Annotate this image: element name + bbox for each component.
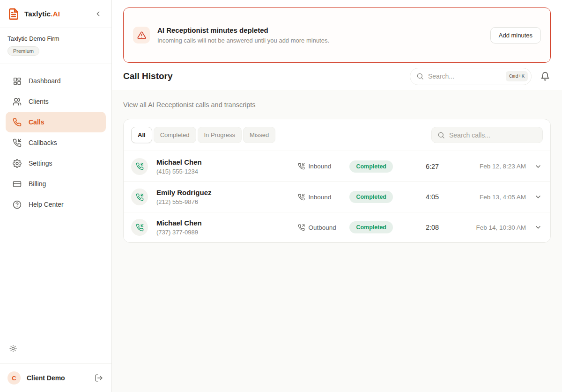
call-datetime: Feb 14, 10:30 AM bbox=[464, 224, 526, 231]
expand-call-button[interactable] bbox=[533, 162, 543, 171]
logout-icon bbox=[95, 374, 103, 382]
sidebar-item-label: Callbacks bbox=[29, 139, 57, 146]
sidebar-collapse-button[interactable] bbox=[92, 8, 104, 20]
phone-incoming-icon bbox=[13, 138, 22, 147]
phone-outbound-icon bbox=[298, 224, 305, 231]
tab-all[interactable]: All bbox=[131, 127, 152, 143]
dashboard-icon bbox=[13, 77, 22, 86]
call-datetime: Feb 12, 8:23 AM bbox=[464, 163, 526, 170]
status-badge: Completed bbox=[349, 160, 393, 173]
caller-identity: Michael Chen (737) 377-0989 bbox=[156, 219, 202, 236]
call-row[interactable]: Michael Chen (737) 377-0989 Outbound Com… bbox=[124, 212, 550, 242]
expand-call-button[interactable] bbox=[533, 223, 543, 232]
help-circle-icon bbox=[13, 200, 22, 209]
caller-name: Emily Rodriguez bbox=[156, 189, 212, 196]
sidebar-item-clients[interactable]: Clients bbox=[6, 91, 106, 112]
phone-inbound-icon bbox=[298, 163, 305, 170]
call-direction: Inbound bbox=[298, 194, 342, 201]
sidebar-item-help-center[interactable]: Help Center bbox=[6, 194, 106, 215]
call-direction-label: Outbound bbox=[308, 224, 336, 231]
call-meta: Inbound Completed 4:05 Feb 13, 4:05 AM bbox=[298, 191, 543, 203]
sidebar: Taxlytic.AI Taxlytic Demo Firm Premium D… bbox=[0, 0, 112, 392]
theme-row bbox=[0, 337, 111, 363]
call-row[interactable]: Emily Rodriguez (212) 555-9876 Inbound C… bbox=[124, 181, 550, 212]
phone-inbound-icon bbox=[136, 162, 144, 170]
status-badge: Completed bbox=[349, 191, 393, 203]
firm-block: Taxlytic Demo Firm Premium bbox=[0, 28, 111, 64]
global-search-input[interactable] bbox=[428, 73, 502, 80]
sidebar-item-label: Calls bbox=[29, 118, 44, 126]
notifications-button[interactable] bbox=[540, 71, 551, 82]
chevron-left-icon bbox=[94, 10, 102, 18]
chevron-down-icon bbox=[534, 163, 542, 170]
calls-search-input[interactable] bbox=[449, 131, 537, 139]
add-minutes-button[interactable]: Add minutes bbox=[490, 27, 541, 44]
plan-badge: Premium bbox=[7, 46, 39, 56]
logo-row: Taxlytic.AI bbox=[0, 0, 111, 28]
alert-iconbox bbox=[133, 27, 150, 44]
call-datetime: Feb 13, 4:05 AM bbox=[464, 194, 526, 201]
caller-name: Michael Chen bbox=[156, 158, 202, 166]
sidebar-item-billing[interactable]: Billing bbox=[6, 174, 106, 194]
minutes-depleted-alert: AI Receptionist minutes depleted Incomin… bbox=[123, 7, 551, 63]
sidebar-item-label: Settings bbox=[29, 160, 52, 167]
alert-title: AI Receptionist minutes depleted bbox=[157, 26, 329, 34]
expand-call-button[interactable] bbox=[533, 192, 543, 202]
sidebar-nav: Dashboard Clients Calls Callbacks Settin… bbox=[0, 64, 111, 221]
sidebar-item-label: Clients bbox=[29, 98, 49, 105]
call-avatar bbox=[131, 189, 148, 205]
call-direction-label: Inbound bbox=[308, 194, 331, 201]
caller-phone: (415) 555-1234 bbox=[156, 168, 202, 175]
phone-inbound-icon bbox=[136, 224, 144, 232]
caller-phone: (737) 377-0989 bbox=[156, 229, 202, 236]
call-duration: 2:08 bbox=[414, 224, 451, 231]
alert-text: AI Receptionist minutes depleted Incomin… bbox=[157, 26, 329, 44]
phone-icon bbox=[13, 118, 22, 127]
firm-name: Taxlytic Demo Firm bbox=[7, 35, 104, 42]
call-direction-label: Inbound bbox=[308, 163, 331, 170]
top-section: AI Receptionist minutes depleted Incomin… bbox=[112, 0, 562, 90]
taxlytic-logo-icon bbox=[7, 8, 20, 20]
warning-triangle-icon bbox=[137, 31, 146, 40]
user-row[interactable]: C Client Demo bbox=[0, 363, 111, 392]
chevron-down-icon bbox=[534, 224, 542, 231]
sidebar-item-settings[interactable]: Settings bbox=[6, 153, 106, 174]
avatar: C bbox=[7, 371, 21, 385]
user-name: Client Demo bbox=[27, 374, 65, 382]
users-icon bbox=[13, 97, 22, 106]
sidebar-item-calls[interactable]: Calls bbox=[6, 112, 106, 132]
page-title: Call History bbox=[123, 71, 173, 81]
app-title: Taxlytic.AI bbox=[24, 10, 60, 18]
phone-inbound-icon bbox=[298, 194, 305, 201]
theme-toggle-button[interactable] bbox=[9, 345, 17, 352]
bell-icon bbox=[540, 72, 550, 81]
phone-inbound-icon bbox=[136, 193, 144, 201]
page-subtitle: View all AI Receptionist calls and trans… bbox=[123, 101, 551, 109]
call-direction: Outbound bbox=[298, 224, 342, 231]
caller-phone: (212) 555-9876 bbox=[156, 198, 212, 205]
search-icon bbox=[416, 73, 424, 80]
logout-button[interactable] bbox=[94, 373, 104, 383]
caller-identity: Emily Rodriguez (212) 555-9876 bbox=[156, 189, 212, 205]
calls-card: All Completed In Progress Missed bbox=[123, 119, 551, 243]
calls-toolbar: All Completed In Progress Missed bbox=[124, 119, 550, 151]
call-duration: 6:27 bbox=[414, 163, 451, 170]
call-row[interactable]: Michael Chen (415) 555-1234 Inbound Comp… bbox=[124, 151, 550, 181]
call-duration: 4:05 bbox=[414, 193, 451, 201]
tab-completed[interactable]: Completed bbox=[154, 127, 196, 143]
search-icon bbox=[437, 131, 445, 139]
call-avatar bbox=[131, 158, 148, 175]
caller-name: Michael Chen bbox=[156, 219, 202, 227]
sidebar-item-label: Billing bbox=[29, 180, 46, 188]
credit-card-icon bbox=[13, 180, 22, 189]
sidebar-item-label: Dashboard bbox=[29, 77, 61, 85]
tab-in-progress[interactable]: In Progress bbox=[198, 127, 242, 143]
tab-missed[interactable]: Missed bbox=[243, 127, 275, 143]
sidebar-item-callbacks[interactable]: Callbacks bbox=[6, 132, 106, 153]
alert-message: Incoming calls will not be answered unti… bbox=[157, 37, 329, 44]
sidebar-item-dashboard[interactable]: Dashboard bbox=[6, 71, 106, 91]
calls-search[interactable] bbox=[431, 127, 543, 143]
status-badge: Completed bbox=[349, 221, 393, 233]
global-search[interactable]: Cmd+K bbox=[410, 68, 532, 85]
gear-icon bbox=[13, 159, 22, 168]
